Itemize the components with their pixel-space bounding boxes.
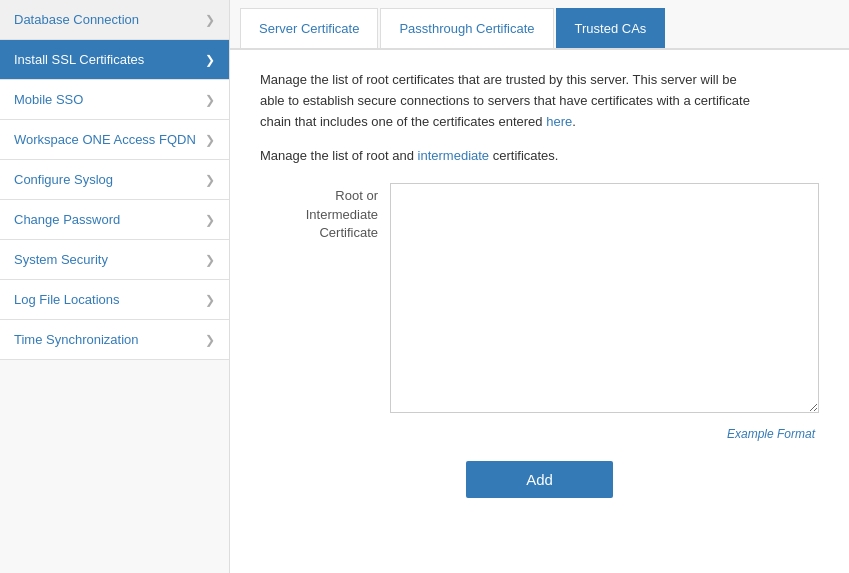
certificate-label: Root or Intermediate Certificate bbox=[260, 183, 390, 242]
add-button[interactable]: Add bbox=[466, 461, 613, 498]
chevron-right-icon: ❯ bbox=[205, 53, 215, 67]
chevron-right-icon: ❯ bbox=[205, 133, 215, 147]
sidebar-item-install-ssl-certificates[interactable]: Install SSL Certificates ❯ bbox=[0, 40, 229, 80]
sidebar-item-label-time-synchronization: Time Synchronization bbox=[14, 332, 205, 347]
sidebar-item-label-log-file-locations: Log File Locations bbox=[14, 292, 205, 307]
chevron-right-icon: ❯ bbox=[205, 93, 215, 107]
tab-bar: Server CertificatePassthrough Certificat… bbox=[230, 0, 849, 50]
description2-text: Manage the list of root and intermediate… bbox=[260, 148, 819, 163]
chevron-right-icon: ❯ bbox=[205, 13, 215, 27]
certificate-form-row: Root or Intermediate Certificate bbox=[260, 183, 819, 413]
sidebar-item-label-workspace-one-access-fqdn: Workspace ONE Access FQDN bbox=[14, 132, 205, 147]
tab-trusted-cas[interactable]: Trusted CAs bbox=[556, 8, 666, 48]
main-content: Server CertificatePassthrough Certificat… bbox=[230, 0, 849, 573]
sidebar-item-label-mobile-sso: Mobile SSO bbox=[14, 92, 205, 107]
here-link[interactable]: here bbox=[546, 114, 572, 129]
chevron-right-icon: ❯ bbox=[205, 333, 215, 347]
chevron-right-icon: ❯ bbox=[205, 213, 215, 227]
sidebar-item-label-install-ssl-certificates: Install SSL Certificates bbox=[14, 52, 205, 67]
sidebar-item-label-system-security: System Security bbox=[14, 252, 205, 267]
sidebar-item-label-change-password: Change Password bbox=[14, 212, 205, 227]
sidebar-item-change-password[interactable]: Change Password ❯ bbox=[0, 200, 229, 240]
tab-passthrough-certificate[interactable]: Passthrough Certificate bbox=[380, 8, 553, 48]
sidebar-item-mobile-sso[interactable]: Mobile SSO ❯ bbox=[0, 80, 229, 120]
example-format-link[interactable]: Example Format bbox=[727, 427, 819, 441]
sidebar-item-database-connection[interactable]: Database Connection ❯ bbox=[0, 0, 229, 40]
sidebar-item-system-security[interactable]: System Security ❯ bbox=[0, 240, 229, 280]
intermediate-link[interactable]: intermediate bbox=[418, 148, 490, 163]
sidebar-item-log-file-locations[interactable]: Log File Locations ❯ bbox=[0, 280, 229, 320]
sidebar-item-label-database-connection: Database Connection bbox=[14, 12, 205, 27]
sidebar: Database Connection ❯ Install SSL Certif… bbox=[0, 0, 230, 573]
sidebar-item-configure-syslog[interactable]: Configure Syslog ❯ bbox=[0, 160, 229, 200]
add-button-row: Add bbox=[260, 461, 819, 498]
certificate-textarea[interactable] bbox=[390, 183, 819, 413]
chevron-right-icon: ❯ bbox=[205, 173, 215, 187]
description-text: Manage the list of root certificates tha… bbox=[260, 70, 760, 132]
sidebar-item-label-configure-syslog: Configure Syslog bbox=[14, 172, 205, 187]
tab-server-certificate[interactable]: Server Certificate bbox=[240, 8, 378, 48]
sidebar-item-time-synchronization[interactable]: Time Synchronization ❯ bbox=[0, 320, 229, 360]
chevron-right-icon: ❯ bbox=[205, 293, 215, 307]
sidebar-item-workspace-one-access-fqdn[interactable]: Workspace ONE Access FQDN ❯ bbox=[0, 120, 229, 160]
chevron-right-icon: ❯ bbox=[205, 253, 215, 267]
content-area: Manage the list of root certificates tha… bbox=[230, 50, 849, 573]
